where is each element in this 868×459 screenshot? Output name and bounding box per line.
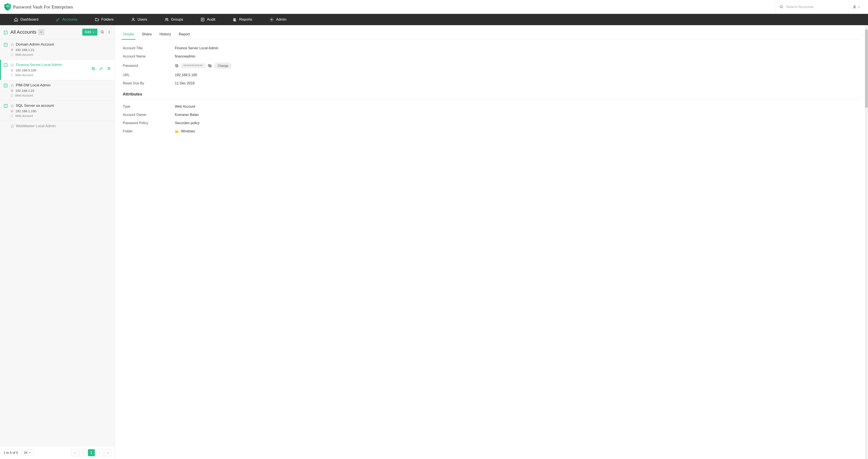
nav-label: Dashboard: [21, 18, 38, 22]
field-value: financeadmin: [175, 55, 195, 58]
svg-point-6: [165, 18, 166, 19]
nav-folders[interactable]: Folders: [86, 14, 122, 25]
pagination-info: 1 to 5 of 5: [3, 451, 18, 454]
field-value: Kumaran Balan: [175, 113, 199, 117]
svg-rect-30: [11, 74, 13, 76]
star-icon[interactable]: [10, 124, 14, 128]
field-url: URL 192.168.5.100: [123, 71, 860, 79]
row-checkbox[interactable]: [4, 43, 7, 47]
chevron-down-icon: [40, 31, 42, 33]
sidebar-tools: [100, 30, 111, 34]
field-label: Reset Due By: [123, 81, 175, 85]
star-icon[interactable]: [10, 63, 14, 67]
page-prev[interactable]: ‹: [80, 449, 87, 456]
tab-details[interactable]: Details: [123, 30, 134, 39]
tab-history[interactable]: History: [159, 30, 171, 39]
nav-label: Groups: [171, 18, 183, 22]
more-vertical-icon[interactable]: [107, 30, 111, 34]
page-current[interactable]: 1: [88, 449, 95, 456]
attributes-header: Attributes: [123, 92, 860, 99]
svg-rect-24: [11, 54, 13, 56]
svg-rect-32: [92, 67, 94, 69]
nav-label: Users: [137, 18, 147, 22]
nav-users[interactable]: Users: [122, 14, 156, 25]
page-size-select[interactable]: 25: [22, 450, 34, 456]
topbar: Password Vault For Enterprises: [0, 0, 868, 14]
sidebar-footer: 1 to 5 of 5 25 « ‹ 1 › »: [0, 446, 115, 459]
search-container[interactable]: [775, 0, 849, 14]
layers-icon: [10, 48, 14, 52]
svg-rect-40: [176, 65, 178, 67]
account-title: Finance Server Local Admin: [16, 63, 62, 67]
account-row[interactable]: PIM-DM Local Admin 192.168.1.22 Web Acco…: [0, 80, 115, 100]
chevron-down-icon: [92, 31, 95, 33]
account-row[interactable]: Finance Server Local Admin 192.168.5.100…: [0, 60, 115, 80]
nav-audit[interactable]: Audit: [192, 14, 224, 25]
account-list: Domain Admin Account 192.168.1.21 Web Ac…: [0, 39, 115, 446]
row-checkbox[interactable]: [4, 104, 7, 108]
sidebar-title: All Accounts: [10, 29, 36, 35]
user-icon: [852, 5, 857, 9]
add-button[interactable]: Add: [82, 29, 97, 36]
edit-icon[interactable]: [99, 67, 103, 70]
svg-marker-28: [11, 63, 14, 66]
attr-type: Type Web Account: [123, 102, 860, 111]
change-password-button[interactable]: Change: [214, 63, 232, 69]
copy-password-icon[interactable]: [175, 64, 179, 68]
nav-accounts[interactable]: Accounts: [47, 14, 86, 25]
account-row[interactable]: WebMaster Local Admin: [0, 121, 115, 128]
star-icon[interactable]: [10, 84, 14, 87]
page-first[interactable]: «: [71, 449, 78, 456]
nav-label: Reports: [239, 18, 252, 22]
tab-report[interactable]: Report: [179, 30, 190, 39]
svg-marker-34: [11, 89, 13, 91]
star-icon[interactable]: [10, 104, 14, 108]
account-title: WebMaster Local Admin: [16, 124, 56, 128]
select-all-checkbox[interactable]: [4, 31, 7, 34]
row-checkbox[interactable]: [4, 84, 7, 87]
chart-icon: [233, 18, 237, 22]
account-title: Domain Admin Account: [16, 42, 54, 47]
svg-point-21: [109, 33, 110, 33]
nav-reports[interactable]: Reports: [224, 14, 261, 25]
search-input[interactable]: [786, 5, 842, 9]
field-label: Account Owner: [123, 113, 175, 117]
svg-marker-39: [11, 125, 14, 128]
field-label: Folder: [123, 129, 175, 133]
page-size-value: 25: [24, 451, 28, 454]
svg-point-19: [109, 31, 110, 31]
svg-point-20: [109, 32, 110, 33]
pager: « ‹ 1 › »: [71, 449, 111, 456]
star-icon[interactable]: [10, 43, 14, 47]
key-icon: [56, 18, 60, 22]
delete-icon[interactable]: [107, 67, 111, 70]
account-host: 192.168.1.22: [16, 89, 34, 92]
field-label: Account Name: [123, 55, 175, 58]
nav-admin[interactable]: Admin: [261, 14, 295, 25]
svg-point-5: [132, 18, 134, 20]
account-host: 192.168.5.100: [16, 68, 36, 72]
nav-groups[interactable]: Groups: [156, 14, 192, 25]
home-icon: [14, 18, 18, 22]
account-type: Web Account: [15, 114, 33, 118]
page-next[interactable]: ›: [96, 449, 103, 456]
copy-icon[interactable]: [91, 67, 95, 70]
page-last[interactable]: »: [104, 449, 111, 456]
tab-share[interactable]: Share: [142, 30, 152, 39]
sidebar-filter-dropdown[interactable]: [38, 29, 44, 35]
nav-label: Accounts: [62, 18, 78, 22]
scrollbar-thumb[interactable]: [865, 30, 868, 108]
layers-icon: [10, 68, 14, 72]
search-icon[interactable]: [100, 30, 104, 34]
account-row[interactable]: Domain Admin Account 192.168.1.21 Web Ac…: [0, 39, 115, 60]
chevron-down-icon: [858, 6, 860, 8]
attr-policy: Password Policy Securden policy: [123, 119, 860, 127]
row-checkbox[interactable]: [4, 63, 7, 67]
svg-line-2: [782, 7, 783, 8]
svg-rect-38: [11, 115, 13, 117]
account-row[interactable]: SQL Server sa account 192.168.1.100 Web …: [0, 100, 115, 121]
eye-off-icon[interactable]: [208, 64, 212, 68]
chevron-down-icon: [29, 451, 31, 454]
nav-dashboard[interactable]: Dashboard: [5, 14, 47, 25]
user-menu[interactable]: [849, 0, 864, 14]
